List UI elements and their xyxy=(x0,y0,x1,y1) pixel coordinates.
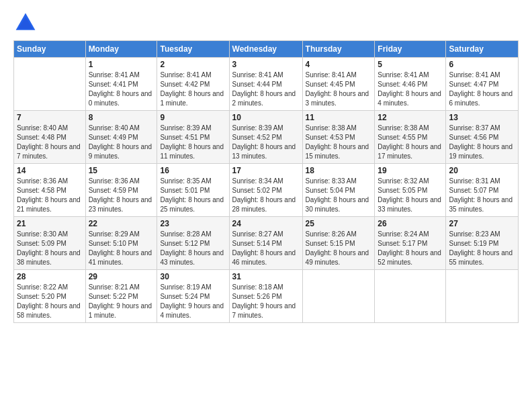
day-number: 14 xyxy=(17,166,83,175)
day-info: Sunrise: 8:32 AMSunset: 5:05 PMDaylight:… xyxy=(378,177,443,214)
calendar-cell: 13Sunrise: 8:37 AMSunset: 4:56 PMDayligh… xyxy=(446,111,519,164)
day-number: 16 xyxy=(160,166,226,175)
day-info: Sunrise: 8:22 AMSunset: 5:20 PMDaylight:… xyxy=(17,283,83,320)
calendar-cell: 5Sunrise: 8:41 AMSunset: 4:46 PMDaylight… xyxy=(375,58,446,111)
day-number: 12 xyxy=(378,113,443,122)
day-info: Sunrise: 8:30 AMSunset: 5:09 PMDaylight:… xyxy=(17,230,83,267)
day-info: Sunrise: 8:41 AMSunset: 4:42 PMDaylight:… xyxy=(160,71,226,108)
day-info: Sunrise: 8:39 AMSunset: 4:52 PMDaylight:… xyxy=(232,124,300,161)
day-number: 15 xyxy=(89,166,154,175)
calendar-cell: 1Sunrise: 8:41 AMSunset: 4:41 PMDaylight… xyxy=(85,58,157,111)
day-number: 25 xyxy=(306,219,372,228)
day-info: Sunrise: 8:38 AMSunset: 4:53 PMDaylight:… xyxy=(306,124,372,161)
day-info: Sunrise: 8:21 AMSunset: 5:22 PMDaylight:… xyxy=(89,283,154,320)
day-info: Sunrise: 8:37 AMSunset: 4:56 PMDaylight:… xyxy=(449,124,515,161)
day-info: Sunrise: 8:41 AMSunset: 4:47 PMDaylight:… xyxy=(449,71,515,108)
day-number: 11 xyxy=(306,113,372,122)
day-info: Sunrise: 8:33 AMSunset: 5:04 PMDaylight:… xyxy=(306,177,372,214)
day-info: Sunrise: 8:23 AMSunset: 5:19 PMDaylight:… xyxy=(449,230,515,267)
calendar-cell: 16Sunrise: 8:35 AMSunset: 5:01 PMDayligh… xyxy=(157,164,229,217)
calendar-cell: 19Sunrise: 8:32 AMSunset: 5:05 PMDayligh… xyxy=(375,164,446,217)
day-number: 26 xyxy=(378,219,443,228)
calendar-cell: 24Sunrise: 8:27 AMSunset: 5:14 PMDayligh… xyxy=(229,217,302,270)
calendar-cell: 12Sunrise: 8:38 AMSunset: 4:55 PMDayligh… xyxy=(375,111,446,164)
calendar-cell xyxy=(446,270,519,323)
calendar-week-3: 14Sunrise: 8:36 AMSunset: 4:58 PMDayligh… xyxy=(14,164,519,217)
day-number: 7 xyxy=(17,113,83,122)
calendar-header-row: SundayMondayTuesdayWednesdayThursdayFrid… xyxy=(14,41,519,58)
day-info: Sunrise: 8:41 AMSunset: 4:45 PMDaylight:… xyxy=(306,71,372,108)
calendar-cell: 30Sunrise: 8:19 AMSunset: 5:24 PMDayligh… xyxy=(157,270,229,323)
calendar-cell: 23Sunrise: 8:28 AMSunset: 5:12 PMDayligh… xyxy=(157,217,229,270)
calendar-header-friday: Friday xyxy=(375,41,446,58)
day-number: 28 xyxy=(17,272,83,281)
calendar-cell: 28Sunrise: 8:22 AMSunset: 5:20 PMDayligh… xyxy=(14,270,86,323)
day-info: Sunrise: 8:29 AMSunset: 5:10 PMDaylight:… xyxy=(89,230,154,267)
calendar: SundayMondayTuesdayWednesdayThursdayFrid… xyxy=(13,40,519,323)
calendar-cell: 3Sunrise: 8:41 AMSunset: 4:44 PMDaylight… xyxy=(229,58,302,111)
calendar-cell: 29Sunrise: 8:21 AMSunset: 5:22 PMDayligh… xyxy=(85,270,157,323)
day-number: 5 xyxy=(378,60,443,69)
day-info: Sunrise: 8:19 AMSunset: 5:24 PMDaylight:… xyxy=(160,283,226,320)
day-info: Sunrise: 8:41 AMSunset: 4:44 PMDaylight:… xyxy=(232,71,300,108)
calendar-cell: 4Sunrise: 8:41 AMSunset: 4:45 PMDaylight… xyxy=(302,58,375,111)
calendar-week-5: 28Sunrise: 8:22 AMSunset: 5:20 PMDayligh… xyxy=(14,270,519,323)
day-info: Sunrise: 8:34 AMSunset: 5:02 PMDaylight:… xyxy=(232,177,300,214)
calendar-cell: 27Sunrise: 8:23 AMSunset: 5:19 PMDayligh… xyxy=(446,217,519,270)
day-info: Sunrise: 8:36 AMSunset: 4:58 PMDaylight:… xyxy=(17,177,83,214)
calendar-cell: 2Sunrise: 8:41 AMSunset: 4:42 PMDaylight… xyxy=(157,58,229,111)
calendar-cell: 8Sunrise: 8:40 AMSunset: 4:49 PMDaylight… xyxy=(85,111,157,164)
calendar-cell: 10Sunrise: 8:39 AMSunset: 4:52 PMDayligh… xyxy=(229,111,302,164)
day-number: 8 xyxy=(89,113,154,122)
day-info: Sunrise: 8:28 AMSunset: 5:12 PMDaylight:… xyxy=(160,230,226,267)
day-info: Sunrise: 8:40 AMSunset: 4:48 PMDaylight:… xyxy=(17,124,83,161)
day-info: Sunrise: 8:35 AMSunset: 5:01 PMDaylight:… xyxy=(160,177,226,214)
day-number: 2 xyxy=(160,60,226,69)
calendar-cell: 17Sunrise: 8:34 AMSunset: 5:02 PMDayligh… xyxy=(229,164,302,217)
header xyxy=(13,11,519,35)
calendar-header-monday: Monday xyxy=(85,41,157,58)
day-number: 21 xyxy=(17,219,83,228)
calendar-cell: 11Sunrise: 8:38 AMSunset: 4:53 PMDayligh… xyxy=(302,111,375,164)
day-number: 22 xyxy=(89,219,154,228)
day-number: 23 xyxy=(160,219,226,228)
calendar-cell: 26Sunrise: 8:24 AMSunset: 5:17 PMDayligh… xyxy=(375,217,446,270)
calendar-cell: 25Sunrise: 8:26 AMSunset: 5:15 PMDayligh… xyxy=(302,217,375,270)
calendar-cell: 20Sunrise: 8:31 AMSunset: 5:07 PMDayligh… xyxy=(446,164,519,217)
logo xyxy=(13,11,40,35)
calendar-week-2: 7Sunrise: 8:40 AMSunset: 4:48 PMDaylight… xyxy=(14,111,519,164)
day-info: Sunrise: 8:31 AMSunset: 5:07 PMDaylight:… xyxy=(449,177,515,214)
calendar-cell: 9Sunrise: 8:39 AMSunset: 4:51 PMDaylight… xyxy=(157,111,229,164)
calendar-cell: 21Sunrise: 8:30 AMSunset: 5:09 PMDayligh… xyxy=(14,217,86,270)
calendar-cell xyxy=(375,270,446,323)
day-number: 29 xyxy=(89,272,154,281)
day-number: 24 xyxy=(232,219,300,228)
day-number: 9 xyxy=(160,113,226,122)
day-info: Sunrise: 8:27 AMSunset: 5:14 PMDaylight:… xyxy=(232,230,300,267)
day-number: 4 xyxy=(306,60,372,69)
day-number: 30 xyxy=(160,272,226,281)
day-info: Sunrise: 8:24 AMSunset: 5:17 PMDaylight:… xyxy=(378,230,443,267)
calendar-week-4: 21Sunrise: 8:30 AMSunset: 5:09 PMDayligh… xyxy=(14,217,519,270)
day-info: Sunrise: 8:18 AMSunset: 5:26 PMDaylight:… xyxy=(232,283,300,320)
day-number: 27 xyxy=(449,219,515,228)
day-info: Sunrise: 8:38 AMSunset: 4:55 PMDaylight:… xyxy=(378,124,443,161)
calendar-header-thursday: Thursday xyxy=(302,41,375,58)
day-number: 10 xyxy=(232,113,300,122)
day-number: 20 xyxy=(449,166,515,175)
calendar-cell: 15Sunrise: 8:36 AMSunset: 4:59 PMDayligh… xyxy=(85,164,157,217)
day-number: 1 xyxy=(89,60,154,69)
day-info: Sunrise: 8:26 AMSunset: 5:15 PMDaylight:… xyxy=(306,230,372,267)
day-info: Sunrise: 8:36 AMSunset: 4:59 PMDaylight:… xyxy=(89,177,154,214)
calendar-cell: 7Sunrise: 8:40 AMSunset: 4:48 PMDaylight… xyxy=(14,111,86,164)
day-number: 19 xyxy=(378,166,443,175)
calendar-cell: 14Sunrise: 8:36 AMSunset: 4:58 PMDayligh… xyxy=(14,164,86,217)
calendar-cell: 18Sunrise: 8:33 AMSunset: 5:04 PMDayligh… xyxy=(302,164,375,217)
calendar-header-wednesday: Wednesday xyxy=(229,41,302,58)
day-number: 6 xyxy=(449,60,515,69)
day-info: Sunrise: 8:41 AMSunset: 4:41 PMDaylight:… xyxy=(89,71,154,108)
day-number: 3 xyxy=(232,60,300,69)
calendar-cell xyxy=(14,58,86,111)
day-info: Sunrise: 8:40 AMSunset: 4:49 PMDaylight:… xyxy=(89,124,154,161)
day-number: 17 xyxy=(232,166,300,175)
